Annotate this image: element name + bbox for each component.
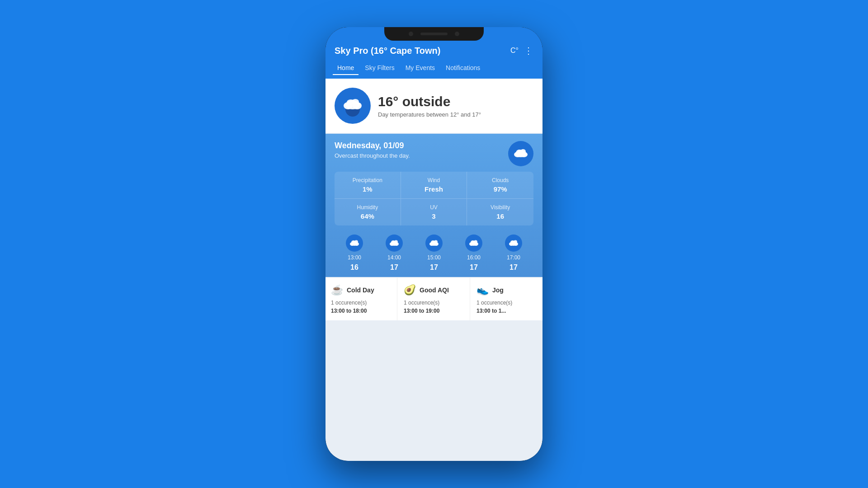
svg-point-30 xyxy=(474,240,477,244)
hourly-item-1: 14:00 17 xyxy=(374,235,414,272)
hourly-item-2: 15:00 17 xyxy=(414,235,454,272)
app-bar-actions: C° ⋮ xyxy=(510,45,533,56)
stat-precipitation: Precipitation 1% xyxy=(335,172,401,199)
forecast-condition: Overcast throughout the day. xyxy=(335,152,410,159)
content-area: 16° outside Day temperatures between 12°… xyxy=(326,79,542,461)
hourly-item-3: 16:00 17 xyxy=(454,235,494,272)
hourly-item-4: 17:00 17 xyxy=(494,235,533,272)
notch-camera xyxy=(409,32,413,36)
stat-wind: Wind Fresh xyxy=(401,172,467,199)
day-weather-icon xyxy=(508,141,533,166)
stat-clouds: Clouds 97% xyxy=(467,172,533,199)
notch-sensor xyxy=(455,32,459,36)
svg-point-35 xyxy=(514,240,517,244)
stats-grid: Precipitation 1% Wind Fresh Clouds 97% H… xyxy=(335,172,533,225)
event-jog-header: 👟 Jog xyxy=(476,284,537,296)
event-jog[interactable]: 👟 Jog 1 occurence(s) 13:00 to 1... xyxy=(471,278,542,320)
nav-tabs: Home Sky Filters My Events Notifications xyxy=(326,61,542,79)
phone-notch xyxy=(384,27,484,41)
forecast-date: Wednesday, 01/09 xyxy=(335,141,410,150)
good-aqi-count: 1 occurence(s) xyxy=(404,300,464,306)
svg-point-10 xyxy=(520,149,526,154)
event-cold-day-header: ☕ Cold Day xyxy=(331,284,392,296)
phone-frame: Sky Pro (16° Cape Town) C° ⋮ Home Sky Fi… xyxy=(326,27,542,461)
stat-visibility: Visibility 16 xyxy=(467,199,533,225)
day-forecast-card: Wednesday, 01/09 Overcast throughout the… xyxy=(326,134,542,277)
temperature-range: Day temperatures between 12° and 17° xyxy=(378,111,481,118)
current-temperature: 16° outside xyxy=(378,94,481,109)
hourly-item-0: 13:00 16 xyxy=(335,235,374,272)
cold-day-label: Cold Day xyxy=(347,286,374,294)
phone-screen: Sky Pro (16° Cape Town) C° ⋮ Home Sky Fi… xyxy=(326,27,542,461)
jog-count: 1 occurence(s) xyxy=(476,300,537,306)
more-options-icon[interactable]: ⋮ xyxy=(524,45,533,56)
event-good-aqi[interactable]: 🥑 Good AQI 1 occurence(s) 13:00 to 19:00 xyxy=(398,278,470,320)
hourly-icon-0 xyxy=(346,235,363,252)
current-weather-icon xyxy=(335,88,371,124)
app-title: Sky Pro (16° Cape Town) xyxy=(335,46,440,56)
events-row: ☕ Cold Day 1 occurence(s) 13:00 to 18:00… xyxy=(326,278,542,320)
good-aqi-time: 13:00 to 19:00 xyxy=(404,308,464,314)
notch-speaker xyxy=(420,33,448,35)
stat-uv: UV 3 xyxy=(401,199,467,225)
tab-sky-filters[interactable]: Sky Filters xyxy=(360,61,399,75)
svg-point-15 xyxy=(354,240,358,244)
hourly-forecast-row: 13:00 16 14:0 xyxy=(335,231,533,277)
day-forecast-header: Wednesday, 01/09 Overcast throughout the… xyxy=(335,141,533,166)
cold-day-icon: ☕ xyxy=(331,284,343,296)
cold-day-count: 1 occurence(s) xyxy=(331,300,392,306)
current-weather-card: 16° outside Day temperatures between 12°… xyxy=(326,79,542,133)
cold-day-time: 13:00 to 18:00 xyxy=(331,308,392,314)
hourly-icon-1 xyxy=(386,235,403,252)
good-aqi-label: Good AQI xyxy=(420,286,449,294)
jog-icon: 👟 xyxy=(476,284,489,296)
good-aqi-icon: 🥑 xyxy=(404,284,416,296)
tab-notifications[interactable]: Notifications xyxy=(441,61,485,75)
temp-unit[interactable]: C° xyxy=(510,47,519,55)
current-weather-text: 16° outside Day temperatures between 12°… xyxy=(378,94,481,118)
jog-label: Jog xyxy=(492,286,504,294)
day-forecast-info: Wednesday, 01/09 Overcast throughout the… xyxy=(335,141,410,159)
tab-my-events[interactable]: My Events xyxy=(401,61,439,75)
event-cold-day[interactable]: ☕ Cold Day 1 occurence(s) 13:00 to 18:00 xyxy=(326,278,397,320)
hourly-icon-2 xyxy=(425,235,443,252)
svg-point-20 xyxy=(394,240,398,244)
tab-home[interactable]: Home xyxy=(333,61,359,75)
event-good-aqi-header: 🥑 Good AQI xyxy=(404,284,464,296)
hourly-icon-4 xyxy=(505,235,522,252)
stat-humidity: Humidity 64% xyxy=(335,199,401,225)
hourly-icon-3 xyxy=(465,235,482,252)
jog-time: 13:00 to 1... xyxy=(476,308,537,314)
svg-point-25 xyxy=(434,240,438,244)
svg-point-5 xyxy=(352,99,359,104)
